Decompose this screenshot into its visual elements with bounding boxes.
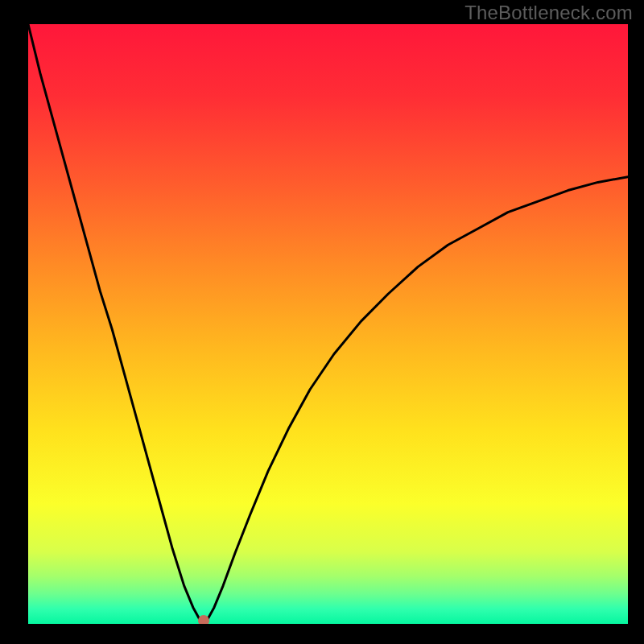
- minimum-marker-dot: [198, 615, 209, 624]
- plot-area: [28, 24, 628, 624]
- watermark-text: TheBottleneck.com: [464, 2, 633, 24]
- gradient-background: [28, 24, 628, 624]
- chart-stage: TheBottleneck.com: [0, 0, 644, 644]
- chart-svg: [28, 24, 628, 624]
